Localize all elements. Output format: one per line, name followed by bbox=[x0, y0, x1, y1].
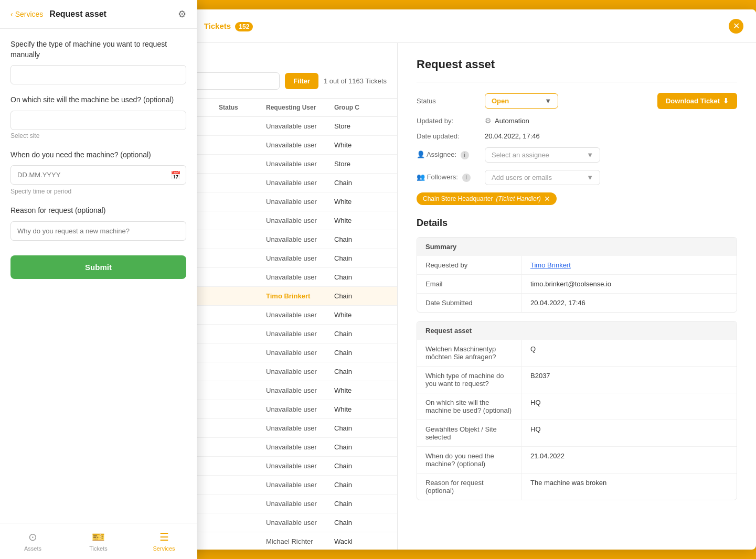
chain-store-remove[interactable]: ✕ bbox=[544, 195, 550, 203]
followers-row: 👥 Followers: i Add users or emails ▼ bbox=[417, 170, 737, 185]
cell-group: Chain bbox=[334, 179, 387, 187]
cell-group: Chain bbox=[334, 235, 387, 243]
status-value: Open bbox=[492, 97, 509, 105]
cell-user: Unavailable user bbox=[266, 424, 334, 432]
cell-user: Unavailable user bbox=[266, 443, 334, 451]
bottom-nav: ⊙ Assets 🎫 Tickets ☰ Services bbox=[0, 523, 197, 559]
bottom-nav-assets[interactable]: ⊙ Assets bbox=[0, 528, 66, 555]
request-detail-row: When do you need the machine? (optional)… bbox=[417, 446, 737, 473]
detail-key: When do you need the machine? (optional) bbox=[417, 447, 522, 473]
cell-user: Unavailable user bbox=[266, 481, 334, 489]
machine-type-input[interactable] bbox=[10, 65, 186, 84]
date-input-wrapper: 📅 bbox=[10, 165, 186, 185]
tickets-nav-label: Tickets bbox=[89, 545, 107, 552]
cell-group: Store bbox=[334, 160, 387, 168]
cell-user: Unavailable user bbox=[266, 405, 334, 413]
ticket-count-badge: 152 bbox=[235, 22, 253, 31]
detail-val: HQ bbox=[522, 393, 737, 420]
status-label: Status bbox=[417, 97, 485, 105]
followers-placeholder: Add users or emails bbox=[492, 174, 552, 181]
cell-group: Chain bbox=[334, 424, 387, 432]
detail-key: Welchen Maschinentyp möchten Sie anfrage… bbox=[417, 340, 522, 366]
cell-group: Chain bbox=[334, 500, 387, 508]
detail-val: 20.04.2022, 17:46 bbox=[522, 294, 737, 312]
date-updated-label: Date updated: bbox=[417, 132, 485, 140]
assignee-info-icon: i bbox=[461, 151, 469, 159]
bottom-nav-services[interactable]: ☰ Services bbox=[131, 528, 197, 555]
download-icon: ⬇ bbox=[723, 97, 729, 105]
cell-group: White bbox=[334, 311, 387, 319]
cell-user: Timo Brinkert bbox=[266, 292, 334, 300]
detail-val: The machine was broken bbox=[522, 474, 737, 500]
detail-key: Which type of machine do you want to req… bbox=[417, 367, 522, 393]
calendar-icon: 📅 bbox=[171, 170, 181, 180]
detail-key: Gewähltes Objekt / Site selected bbox=[417, 420, 522, 446]
bottom-nav-tickets[interactable]: 🎫 Tickets bbox=[66, 528, 131, 555]
assignee-row: 👤 Assignee: i Select an assignee ▼ bbox=[417, 147, 737, 163]
back-to-services[interactable]: ‹ Services bbox=[10, 10, 43, 18]
download-ticket-button[interactable]: Download Ticket ⬇ bbox=[657, 93, 737, 109]
cell-user: Unavailable user bbox=[266, 368, 334, 375]
summary-rows: Requested by Timo Brinkert Email timo.br… bbox=[417, 256, 737, 312]
tickets-count: 1 out of 1163 Tickets bbox=[324, 77, 387, 85]
summary-detail-row: Requested by Timo Brinkert bbox=[417, 256, 737, 274]
filter-button[interactable]: Filter bbox=[285, 73, 318, 89]
detail-val: Timo Brinkert bbox=[522, 256, 737, 274]
status-select[interactable]: Open ▼ bbox=[485, 93, 558, 109]
detail-val: B2037 bbox=[522, 367, 737, 393]
panel-top-bar: ‹ Services Request asset ⚙ bbox=[0, 0, 197, 29]
cell-group: White bbox=[334, 198, 387, 206]
reason-input[interactable] bbox=[10, 221, 186, 241]
details-title: Details bbox=[417, 218, 737, 229]
cell-group: White bbox=[334, 405, 387, 413]
col-requesting-user: Requesting User bbox=[266, 104, 334, 111]
updated-by-label: Updated by: bbox=[417, 117, 485, 125]
cell-group: Chain bbox=[334, 273, 387, 281]
gear-icon[interactable]: ⚙ bbox=[178, 8, 186, 20]
cell-group: White bbox=[334, 141, 387, 149]
requested-by-link[interactable]: Timo Brinkert bbox=[530, 261, 571, 269]
summary-header: Summary bbox=[417, 238, 737, 256]
followers-info-icon: i bbox=[462, 174, 471, 182]
site-input[interactable] bbox=[10, 111, 186, 130]
summary-detail-row: Email timo.brinkert@toolsense.io bbox=[417, 274, 737, 293]
summary-table: Summary Requested by Timo Brinkert Email… bbox=[417, 237, 737, 313]
request-detail-row: Reason for request (optional) The machin… bbox=[417, 473, 737, 500]
cell-user: Unavailable user bbox=[266, 386, 334, 394]
cell-user: Unavailable user bbox=[266, 500, 334, 508]
time-hint: Specify time or period bbox=[10, 188, 186, 195]
submit-button[interactable]: Submit bbox=[10, 255, 186, 279]
col-group: Group C bbox=[334, 104, 387, 111]
cell-group: Chain bbox=[334, 292, 387, 300]
cell-user: Unavailable user bbox=[266, 330, 334, 338]
close-button[interactable]: ✕ bbox=[729, 19, 743, 34]
cell-user: Unavailable user bbox=[266, 198, 334, 206]
updated-by-value: ⚙ Automation bbox=[485, 116, 529, 125]
followers-select[interactable]: Add users or emails ▼ bbox=[485, 170, 600, 185]
date-updated-row: Date updated: 20.04.2022, 17:46 bbox=[417, 132, 737, 140]
cell-group: Chain bbox=[334, 330, 387, 338]
request-detail-row: Which type of machine do you want to req… bbox=[417, 366, 737, 393]
nav-tickets[interactable]: Tickets 152 bbox=[204, 22, 253, 30]
followers-icon: 👥 bbox=[417, 173, 425, 181]
cell-group: Chain bbox=[334, 462, 387, 470]
cell-user: Unavailable user bbox=[266, 519, 334, 526]
col-status: Status bbox=[219, 104, 266, 111]
assignee-arrow: ▼ bbox=[587, 151, 593, 159]
request-detail-row: Gewähltes Objekt / Site selected HQ bbox=[417, 420, 737, 446]
assets-nav-label: Assets bbox=[24, 545, 41, 552]
cell-group: Chain bbox=[334, 481, 387, 489]
date-input[interactable] bbox=[10, 165, 186, 185]
cell-user: Unavailable user bbox=[266, 254, 334, 262]
followers-label: 👥 Followers: i bbox=[417, 173, 485, 182]
automation-icon: ⚙ bbox=[485, 116, 492, 125]
cell-group: Store bbox=[334, 122, 387, 130]
cell-user: Unavailable user bbox=[266, 311, 334, 319]
tickets-nav-icon: 🎫 bbox=[92, 531, 105, 543]
detail-key: Reason for request (optional) bbox=[417, 474, 522, 500]
site-hint: Select site bbox=[10, 132, 186, 139]
cell-user: Michael Richter bbox=[266, 538, 334, 545]
assignee-select[interactable]: Select an assignee ▼ bbox=[485, 147, 600, 163]
cell-user: Unavailable user bbox=[266, 160, 334, 168]
request-detail-row: On which site will the machine be used? … bbox=[417, 393, 737, 420]
